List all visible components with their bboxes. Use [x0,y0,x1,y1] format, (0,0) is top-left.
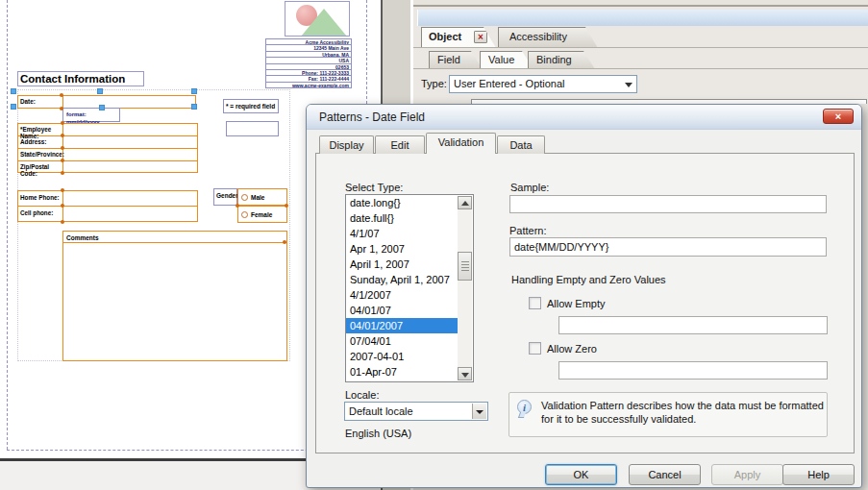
address-field[interactable]: Address: [18,136,197,149]
tab-accessibility[interactable]: Accessibility [498,27,598,48]
gender-label-box[interactable]: Gender [213,188,237,206]
tab-data[interactable]: Data [497,135,545,154]
tab-binding[interactable]: Binding [528,51,595,69]
date-format-note[interactable]: format: mm/dd/yyyy [62,108,120,122]
validation-info-box: i Validation Pattern describes how the d… [508,392,828,437]
cancel-button[interactable]: Cancel [629,464,701,485]
allow-empty-input[interactable] [558,316,828,334]
tab-label: Field [437,54,460,65]
handling-heading: Handling Empty and Zero Values [511,274,666,285]
apply-button[interactable]: Apply [711,464,783,485]
scroll-down-icon[interactable] [458,367,472,380]
selection-handle[interactable] [191,104,197,110]
list-item[interactable]: 2007-04-01 [346,349,459,364]
list-item[interactable]: Sunday, April 1, 2007 [346,272,459,287]
sample-input[interactable] [509,195,827,213]
type-label: Type: [421,78,447,89]
list-item[interactable]: date.long{} [346,195,459,210]
list-item[interactable]: date.full{} [346,210,459,226]
allow-zero-label: Allow Zero [547,343,597,355]
grid-junction-dot [236,204,239,208]
form-heading[interactable]: Contact Information [17,71,144,86]
allow-zero-checkbox[interactable] [529,342,541,355]
type-dropdown[interactable]: User Entered - Optional [449,75,637,93]
help-button[interactable]: Help [782,464,855,485]
grid-junction-dot [61,134,64,137]
allow-zero-input[interactable] [558,361,828,380]
list-item-selected[interactable]: 04/01/2007 [346,318,459,333]
grid-junction-dot [61,146,64,150]
list-scrollbar[interactable] [458,196,472,380]
field-label: Zip/Postal Code: [18,161,63,172]
tab-object[interactable]: Object × [421,27,496,48]
phone-fields-block[interactable]: Home Phone: Cell phone: [17,190,198,222]
locale-note: English (USA) [345,428,411,439]
field-label: *Employee Name: [18,124,63,135]
grid-junction-dot [61,220,64,224]
selection-handle[interactable] [191,88,197,94]
logo-image[interactable] [285,1,350,37]
dialog-titlebar[interactable]: Patterns - Date Field × [307,105,861,130]
date-field-label: Date: [18,96,63,108]
scroll-up-icon[interactable] [458,196,472,209]
radio-label: Male [251,193,264,202]
list-item[interactable]: 07/04/01 [346,333,459,349]
gender-male-option[interactable]: Male [237,188,287,206]
tab-validation[interactable]: Validation [426,133,496,154]
tab-display[interactable]: Display [319,135,374,154]
palette-header-band[interactable] [417,10,868,26]
locale-dropdown[interactable]: Default locale [344,402,488,421]
pattern-type-list[interactable]: date.long{} date.full{} 4/1/07 Apr 1, 20… [345,194,474,382]
ok-button[interactable]: OK [545,464,617,485]
tab-edit[interactable]: Edit [375,135,425,154]
empty-static-box[interactable] [226,121,279,136]
pattern-input[interactable]: date{MM/DD/YYYY} [509,237,827,257]
selection-handle[interactable] [97,88,103,94]
grid-junction-dot [61,159,64,162]
field-label: Home Phone: [18,191,63,206]
palette-close-icon[interactable]: × [474,31,487,43]
tab-value[interactable]: Value [480,51,533,69]
state-province-field[interactable]: State/Province: [18,149,197,161]
scrollbar-thumb[interactable] [458,252,472,281]
list-item[interactable]: 4/1/07 [346,226,459,241]
female-radio-icon[interactable] [241,211,248,218]
grid-junction-dot [61,171,64,175]
dropdown-button[interactable] [472,404,486,419]
zip-postal-field[interactable]: Zip/Postal Code: [18,161,197,172]
selection-handle[interactable] [11,88,16,94]
home-phone-field[interactable]: Home Phone: [18,191,197,207]
logo-triangle-shape [301,9,347,37]
application-window: Acme Accessibility 12345 Main Ave Urbana… [0,0,868,490]
contact-fields-block[interactable]: *Employee Name: Address: State/Province:… [17,123,198,173]
male-radio-icon[interactable] [241,194,248,201]
list-item[interactable]: 01-Apr-07 [346,364,459,380]
cell-phone-field[interactable]: Cell phone: [18,207,197,221]
list-item[interactable]: April 1, 2007 [346,257,459,272]
select-type-label: Select Type: [345,182,403,193]
info-icon: i [517,400,532,414]
list-item[interactable]: Apr 1, 2007 [346,241,459,257]
list-item[interactable]: 04/01/07 [346,303,459,318]
sample-label: Sample: [510,182,549,193]
employee-name-field[interactable]: *Employee Name: [18,124,197,136]
palette-top-strip [413,0,868,7]
selection-handle[interactable] [99,105,105,110]
grid-junction-dot [61,121,64,125]
locale-label: Locale: [345,389,379,401]
date-field[interactable]: Date: [17,95,196,109]
comments-field[interactable]: Comments [62,231,287,361]
allow-empty-label: Allow Empty [547,298,606,309]
required-field-note[interactable]: * = required field [223,99,279,113]
close-icon[interactable]: × [823,109,854,124]
chevron-down-icon [625,83,632,87]
grid-junction-dot [60,107,63,110]
tab-field[interactable]: Field [429,51,483,69]
allow-empty-checkbox[interactable] [529,297,541,309]
tab-label: Value [488,54,514,65]
dropdown-value: Default locale [349,405,413,417]
company-address-block[interactable]: Acme Accessibility 12345 Main Ave Urbana… [265,38,352,88]
selection-handle[interactable] [11,104,16,110]
gender-female-option[interactable]: Female [237,206,287,223]
list-item[interactable]: 4/1/2007 [346,287,459,303]
